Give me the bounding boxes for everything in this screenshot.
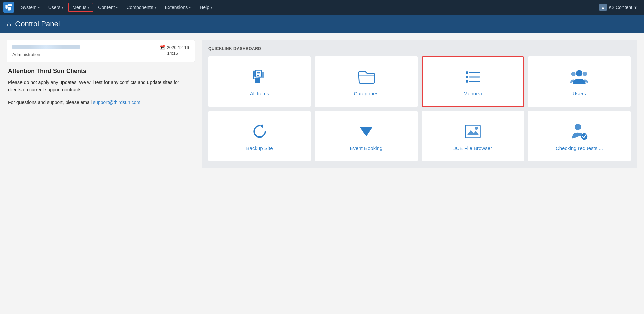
dashboard-card: QUICKLINK DASHBOARD (202, 40, 637, 168)
caret-icon: ▾ (62, 6, 63, 9)
date-value: 2020-12-16 (167, 45, 189, 50)
right-panel: QUICKLINK DASHBOARD (202, 40, 637, 168)
jce-icon (463, 122, 482, 141)
dashboard-title: QUICKLINK DASHBOARD (208, 46, 631, 51)
attention-paragraph2: For questions and support, please email … (8, 99, 194, 106)
svg-point-17 (575, 124, 581, 130)
tile-menus-label: Menu(s) (464, 90, 482, 97)
info-card-left: Administration (12, 45, 80, 57)
attention-section: Attention Third Sun Clients Please do no… (7, 68, 195, 106)
time-value: 14:16 (159, 51, 178, 56)
date-row: 📅 2020-12-16 (159, 45, 189, 50)
tile-categories[interactable]: Categories (315, 56, 417, 107)
home-icon: ⌂ (7, 19, 11, 28)
tile-event-booking-label: Event Booking (350, 145, 383, 152)
caret-icon: ▾ (155, 6, 156, 9)
tile-all-items-label: All Items (250, 90, 269, 97)
attention-paragraph1: Please do not apply any updates. We will… (8, 79, 194, 94)
all-items-icon (250, 68, 269, 86)
dashboard-grid: All Items Categories (208, 56, 631, 161)
tile-users-label: Users (573, 90, 586, 97)
caret-icon: ▾ (116, 6, 118, 9)
svg-point-12 (576, 70, 583, 77)
users-icon (570, 68, 589, 86)
k2-icon: ▲ (599, 4, 607, 11)
tile-checking-requests[interactable]: Checking requests ... (528, 111, 631, 161)
svg-point-16 (475, 127, 478, 130)
nav-menus[interactable]: Menus ▾ (68, 3, 93, 12)
tile-menus[interactable]: Menu(s) (422, 56, 524, 107)
categories-icon (357, 68, 376, 86)
tile-users[interactable]: Users (528, 56, 631, 107)
caret-icon: ▾ (211, 6, 212, 9)
support-email-link[interactable]: support@thirdsun.com (93, 100, 140, 105)
nav-extensions[interactable]: Extensions ▾ (161, 3, 195, 12)
info-card-right: 📅 2020-12-16 14:16 (159, 45, 189, 56)
nav-k2-content[interactable]: ▲ K2 Content ▾ (595, 2, 641, 13)
user-blurred-info (12, 45, 80, 49)
calendar-icon: 📅 (159, 45, 165, 50)
left-panel: Administration 📅 2020-12-16 14:16 Attent… (7, 40, 195, 168)
nav-help[interactable]: Help ▾ (196, 3, 216, 12)
tile-categories-label: Categories (354, 90, 379, 97)
admin-label: Administration (12, 52, 80, 57)
caret-icon: ▾ (634, 5, 637, 10)
menus-icon (463, 68, 482, 86)
svg-rect-15 (465, 125, 480, 138)
svg-point-14 (583, 72, 587, 76)
nav-items: System ▾ Users ▾ Menus ▾ Content ▾ Compo… (17, 2, 641, 13)
joomla-logo (3, 2, 14, 13)
nav-components[interactable]: Components ▾ (122, 3, 160, 12)
tile-all-items[interactable]: All Items (208, 56, 311, 107)
nav-system[interactable]: System ▾ (17, 3, 44, 12)
checking-requests-icon (570, 122, 589, 141)
svg-rect-8 (466, 76, 468, 78)
caret-icon: ▾ (88, 6, 89, 9)
svg-point-13 (571, 72, 576, 76)
tile-backup-site[interactable]: Backup Site (208, 111, 311, 161)
tile-checking-requests-label: Checking requests ... (556, 145, 603, 152)
tile-jce-label: JCE File Browser (453, 145, 492, 152)
tile-jce-file-browser[interactable]: JCE File Browser (422, 111, 524, 161)
top-navigation: System ▾ Users ▾ Menus ▾ Content ▾ Compo… (0, 0, 644, 15)
event-booking-icon (357, 122, 376, 141)
tile-backup-label: Backup Site (246, 145, 273, 152)
attention-heading: Attention Third Sun Clients (8, 68, 194, 75)
page-title: Control Panel (15, 19, 60, 28)
nav-users[interactable]: Users ▾ (44, 3, 68, 12)
caret-icon: ▾ (189, 6, 191, 9)
tile-event-booking[interactable]: Event Booking (315, 111, 417, 161)
svg-rect-10 (466, 80, 468, 83)
nav-content[interactable]: Content ▾ (94, 3, 122, 12)
page-header: ⌂ Control Panel (0, 15, 644, 33)
backup-icon (250, 122, 269, 141)
svg-rect-6 (466, 71, 468, 74)
info-card: Administration 📅 2020-12-16 14:16 (7, 40, 195, 62)
main-content: Administration 📅 2020-12-16 14:16 Attent… (0, 33, 644, 175)
caret-icon: ▾ (38, 6, 40, 9)
